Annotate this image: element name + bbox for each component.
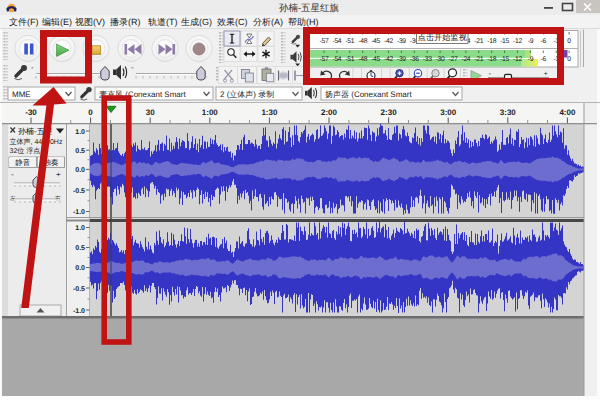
svg-text:-12: -12 [513,56,522,63]
svg-text:+: + [544,69,549,78]
svg-text:编辑(E): 编辑(E) [42,17,72,27]
svg-text:-39: -39 [397,56,406,63]
svg-text:-51: -51 [345,38,354,45]
svg-text:轨道(T): 轨道(T) [148,17,178,27]
svg-text:-9: -9 [528,56,534,63]
svg-text:-36: -36 [410,56,419,63]
svg-text:-54: -54 [332,38,341,45]
svg-text:-6: -6 [541,38,547,45]
svg-text:3:30: 3:30 [500,108,517,117]
svg-text:-: - [11,170,14,179]
svg-text:0.0: 0.0 [75,265,85,272]
svg-text:-48: -48 [358,38,367,45]
svg-text:孙楠-五星红旗: 孙楠-五星红旗 [279,3,340,14]
svg-text:-0.5: -0.5 [73,286,85,293]
svg-text:-30: -30 [25,108,37,117]
svg-text:-48: -48 [358,56,367,63]
svg-text:0: 0 [567,38,571,45]
svg-text:2:00: 2:00 [321,108,338,117]
svg-text:-57: -57 [320,38,329,45]
svg-text:-39: -39 [397,38,406,45]
svg-text:0.0: 0.0 [75,167,85,174]
svg-text:-9: -9 [528,38,534,45]
svg-text:1.0: 1.0 [75,129,85,136]
svg-text:-57: -57 [320,56,329,63]
svg-text:2:30: 2:30 [381,108,398,117]
svg-text:生成(G): 生成(G) [181,17,212,27]
svg-text:-21: -21 [474,38,483,45]
svg-text:0: 0 [567,56,571,63]
svg-text:文件(F): 文件(F) [9,17,39,27]
svg-text:-42: -42 [384,38,393,45]
svg-text:-: - [489,69,492,78]
svg-text:-15: -15 [500,56,509,63]
svg-text:2 (立体声) 录制: 2 (立体声) 录制 [220,90,274,99]
svg-text:0: 0 [88,108,93,117]
svg-text:MME: MME [12,90,31,99]
svg-text:0.5: 0.5 [75,148,85,155]
svg-text:-12: -12 [513,38,522,45]
svg-text:-45: -45 [371,56,380,63]
svg-text:30: 30 [146,108,155,117]
svg-text:-42: -42 [384,56,393,63]
svg-text:3:00: 3:00 [440,108,457,117]
svg-text:4:00: 4:00 [559,108,576,117]
svg-text:-54: -54 [332,56,341,63]
svg-text:-: - [31,63,34,72]
svg-text:-51: -51 [345,56,354,63]
svg-text:静音: 静音 [15,158,31,167]
svg-text:立体声, 44100Hz: 立体声, 44100Hz [10,138,63,146]
svg-text:+: + [56,170,61,179]
svg-text:-0.5: -0.5 [73,188,85,195]
svg-text:-18: -18 [487,38,496,45]
svg-text:32位 浮点: 32位 浮点 [10,147,41,155]
svg-text:1:30: 1:30 [261,108,278,117]
svg-text:0.5: 0.5 [75,245,85,252]
svg-text:-21: -21 [474,56,483,63]
svg-text:播录(R): 播录(R) [110,17,141,27]
svg-text:分析(A): 分析(A) [253,17,283,27]
svg-text:-27: -27 [449,56,458,63]
svg-text:-45: -45 [371,38,380,45]
svg-text:1.0: 1.0 [75,225,85,232]
svg-text:帮助(H): 帮助(H) [288,17,319,27]
svg-text:-18: -18 [487,56,496,63]
svg-text:扬声器 (Conexant Smart: 扬声器 (Conexant Smart [325,90,412,99]
svg-text:视图(V): 视图(V) [75,17,105,27]
svg-text:1:00: 1:00 [202,108,219,117]
svg-text:点击开始监视: 点击开始监视 [418,33,467,42]
svg-text:效果(C): 效果(C) [217,17,248,27]
svg-text:-30: -30 [436,56,445,63]
svg-text:-33: -33 [423,56,432,63]
svg-text:-6: -6 [541,56,547,63]
svg-text:-15: -15 [500,38,509,45]
svg-text:-: - [131,63,134,72]
svg-text:-1.0: -1.0 [73,308,85,315]
svg-text:-1.0: -1.0 [73,209,85,216]
svg-text:-24: -24 [461,56,470,63]
